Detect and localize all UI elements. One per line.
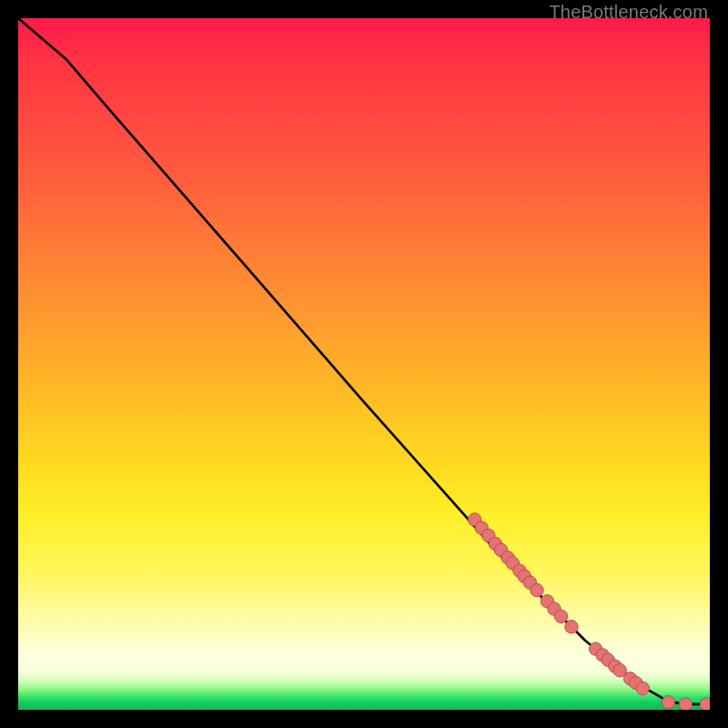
plot-area xyxy=(18,18,710,710)
chart-stage: TheBottleneck.com xyxy=(0,0,728,728)
gradient-backdrop xyxy=(18,18,710,710)
